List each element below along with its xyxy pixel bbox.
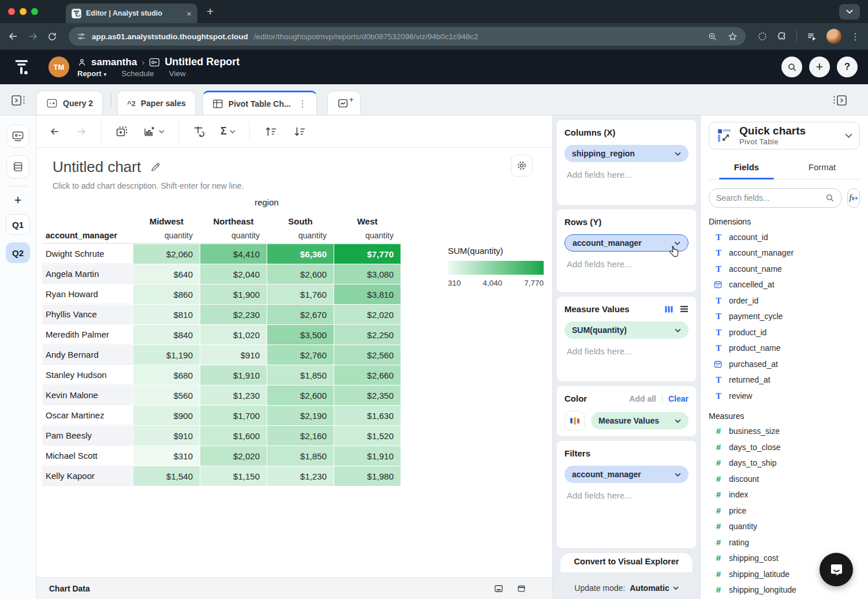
browser-menu-icon[interactable]: ⋮ — [851, 31, 860, 42]
pivot-value-cell[interactable]: $1,700 — [200, 406, 267, 425]
add-button[interactable]: + — [809, 57, 830, 77]
pivot-column-header[interactable]: Midwest — [133, 210, 200, 227]
search-fields-box[interactable] — [709, 188, 842, 208]
window-controls[interactable] — [8, 8, 38, 15]
pivot-value-cell[interactable]: $910 — [133, 426, 200, 445]
site-settings-icon[interactable] — [77, 32, 86, 41]
browser-profile-avatar[interactable] — [826, 29, 841, 44]
pivot-value-cell[interactable]: $1,760 — [267, 284, 334, 304]
rows-add-fields-placeholder[interactable]: Add fields here... — [564, 259, 689, 269]
update-mode-select[interactable]: Automatic — [630, 583, 678, 593]
new-visualization-tab-button[interactable]: + — [327, 91, 361, 115]
pivot-value-cell[interactable]: $860 — [133, 284, 200, 304]
field-item-product_id[interactable]: Tproduct_id — [709, 324, 860, 340]
pivot-value-cell[interactable]: $680 — [133, 365, 200, 385]
pivot-value-cell[interactable]: $2,040 — [200, 264, 267, 284]
pivot-value-cell[interactable]: $560 — [133, 385, 200, 405]
tab-fields[interactable]: Fields — [709, 156, 784, 179]
new-tab-button[interactable]: + — [207, 5, 214, 18]
pivot-value-cell[interactable]: $1,900 — [200, 284, 267, 304]
pivot-value-cell[interactable]: $1,630 — [334, 406, 401, 425]
pivot-column-header[interactable]: West — [334, 210, 401, 227]
chart-description-placeholder[interactable]: Click to add chart description. Shift-en… — [53, 181, 244, 190]
color-palette-button[interactable] — [564, 411, 585, 430]
workspace-avatar[interactable]: TM — [48, 57, 69, 77]
pivot-value-cell[interactable]: $6,360 — [267, 244, 334, 264]
pivot-value-cell[interactable]: $2,600 — [267, 264, 334, 284]
pivot-value-cell[interactable]: $2,350 — [334, 385, 401, 405]
doc-tab-pivot-table-ch-[interactable]: Pivot Table Ch...⋮ — [203, 91, 317, 115]
pivot-row-label[interactable]: Meredith Palmer — [42, 325, 133, 345]
pivot-row-label[interactable]: Dwight Schrute — [42, 244, 133, 264]
close-tab-icon[interactable]: × — [186, 9, 192, 18]
chart-data-bar[interactable]: Chart Data — [36, 577, 552, 599]
zoom-page-icon[interactable] — [708, 32, 717, 42]
breadcrumb-report-title[interactable]: Untitled Report — [164, 56, 240, 68]
pivot-value-cell[interactable]: $1,230 — [200, 385, 267, 405]
pivot-column-header[interactable]: Northeast — [200, 210, 267, 227]
data-sources-button[interactable] — [6, 155, 29, 178]
reading-list-icon[interactable] — [806, 31, 817, 42]
bookmark-star-icon[interactable] — [728, 32, 738, 42]
field-item-account_manager[interactable]: Taccount_manager — [709, 245, 860, 261]
pivot-value-cell[interactable]: $1,600 — [200, 426, 267, 445]
tab-search-button[interactable] — [839, 4, 860, 20]
columns-add-fields-placeholder[interactable]: Add fields here... — [564, 170, 689, 179]
rows-layout-icon[interactable] — [680, 305, 689, 313]
field-item-account_id[interactable]: Taccount_id — [709, 229, 860, 245]
pivot-value-cell[interactable]: $2,160 — [267, 426, 334, 445]
maximize-panel-icon[interactable] — [517, 585, 526, 593]
pivot-value-cell[interactable]: $4,410 — [200, 244, 267, 264]
remove-chart-button[interactable] — [143, 125, 164, 138]
close-window-button[interactable] — [8, 8, 15, 15]
field-pill-sum-quantity-[interactable]: SUM(quantity) — [564, 321, 689, 339]
sort-descending-button[interactable] — [293, 126, 306, 137]
right-panel-toggle-button[interactable] — [821, 94, 858, 115]
tab-format[interactable]: Format — [784, 156, 860, 179]
field-item-days_to_ship[interactable]: #days_to_ship — [709, 455, 860, 471]
pivot-value-cell[interactable]: $1,540 — [133, 466, 200, 486]
aggregate-button[interactable]: Σ — [220, 125, 235, 137]
minimize-window-button[interactable] — [20, 8, 27, 15]
swap-axes-button[interactable] — [193, 125, 205, 138]
pivot-value-cell[interactable]: $2,190 — [267, 406, 334, 425]
pivot-value-cell[interactable]: $2,560 — [334, 345, 401, 365]
pivot-value-cell[interactable]: $3,080 — [334, 264, 401, 284]
field-item-product_name[interactable]: Tproduct_name — [709, 340, 860, 357]
doc-tab-query-2[interactable]: Query 2 — [36, 91, 103, 115]
pivot-value-cell[interactable]: $900 — [133, 406, 200, 425]
field-item-returned_at[interactable]: Treturned_at — [709, 372, 860, 388]
add-frame-button[interactable] — [115, 125, 128, 138]
pivot-value-cell[interactable]: $1,850 — [267, 446, 334, 466]
add-formula-button[interactable]: fx+ — [847, 188, 860, 208]
field-item-business_size[interactable]: #business_size — [709, 424, 860, 440]
browser-back-button[interactable] — [8, 31, 18, 42]
pivot-value-cell[interactable]: $310 — [133, 446, 200, 466]
pivot-value-cell[interactable]: $1,910 — [200, 365, 267, 385]
search-button[interactable] — [781, 57, 802, 77]
pivot-value-cell[interactable]: $3,810 — [334, 284, 401, 304]
pivot-row-label[interactable]: Ryan Howard — [42, 284, 133, 304]
pivot-value-cell[interactable]: $2,060 — [133, 244, 200, 264]
field-item-account_name[interactable]: Taccount_name — [709, 261, 860, 277]
pivot-value-cell[interactable]: $1,150 — [200, 466, 267, 486]
maximize-window-button[interactable] — [31, 8, 38, 15]
sort-ascending-button[interactable] — [264, 126, 278, 137]
pivot-value-cell[interactable]: $1,230 — [267, 466, 334, 486]
pivot-value-cell[interactable]: $1,850 — [267, 365, 334, 385]
chat-support-button[interactable] — [820, 553, 853, 586]
menu-view[interactable]: View — [169, 69, 186, 78]
pivot-row-label[interactable]: Pam Beesly — [42, 426, 133, 445]
thoughtspot-logo[interactable] — [13, 57, 33, 77]
add-query-button[interactable]: + — [14, 194, 22, 207]
doc-tab-paper-sales[interactable]: ^2Paper sales — [117, 91, 196, 115]
pivot-row-label[interactable]: Angela Martin — [42, 264, 133, 284]
pivot-value-cell[interactable]: $2,020 — [334, 305, 401, 324]
field-item-index[interactable]: #index — [709, 487, 860, 503]
menu-report[interactable]: Report ▾ — [77, 69, 107, 78]
pivot-value-cell[interactable]: $1,910 — [334, 446, 401, 466]
menu-schedule[interactable]: Schedule — [122, 69, 154, 78]
pivot-row-label[interactable]: Oscar Martinez — [42, 406, 133, 425]
breadcrumb-user[interactable]: samantha — [91, 57, 137, 68]
pivot-value-cell[interactable]: $3,500 — [267, 325, 334, 345]
